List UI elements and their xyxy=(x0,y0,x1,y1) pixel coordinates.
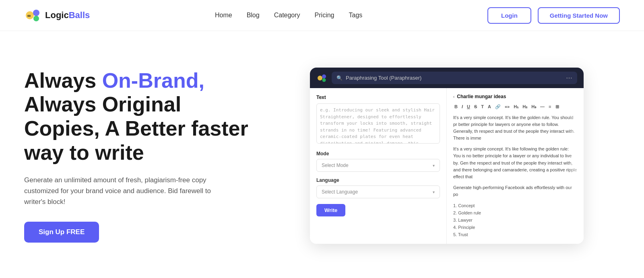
mockup-logo-icon xyxy=(316,72,328,84)
toolbar-h2[interactable]: H₂ xyxy=(521,103,528,110)
text-label: Text xyxy=(316,95,440,100)
nav-pricing[interactable]: Pricing xyxy=(315,12,334,19)
list-item: 4. Principle xyxy=(453,224,577,231)
toolbar-dash[interactable]: — xyxy=(539,103,546,110)
mockup-right-panel: ‹ Charlie mungar ideas B I U S T A 🔗 «» … xyxy=(447,88,584,244)
svg-point-5 xyxy=(322,74,326,78)
nav-home[interactable]: Home xyxy=(215,12,232,19)
logo-icon: ∞ xyxy=(24,6,42,24)
login-button[interactable]: Login xyxy=(487,7,531,24)
nav-tags[interactable]: Tags xyxy=(349,12,363,19)
nav-category[interactable]: Category xyxy=(274,12,300,19)
right-paragraph-3: Generate high-performing Facebook ads ef… xyxy=(453,184,577,198)
header: ∞ LogicBalls Home Blog Category Pricing … xyxy=(0,0,644,31)
mockup-toolbar: B I U S T A 🔗 «» H₁ H₂ H₃ — ≡ ⊞ xyxy=(453,103,577,110)
main-content: Always On-Brand, Always Original Copies,… xyxy=(0,31,644,272)
toolbar-bold[interactable]: B xyxy=(453,103,459,110)
svg-point-2 xyxy=(33,16,39,21)
right-panel-list: 1. Concept 2. Golden rule 3. Lawyer 4. P… xyxy=(453,202,577,238)
mode-chevron-icon: ▾ xyxy=(433,163,435,168)
svg-point-6 xyxy=(322,78,326,82)
heading-part2: Always Original Copies, A Better faster … xyxy=(24,93,248,164)
mockup-search-bar[interactable]: 🔍 Paraphrasing Tool (Paraphraser) ⋯ xyxy=(332,72,577,84)
hero-subtitle: Generate an unlimited amount of fresh, p… xyxy=(24,175,233,208)
toolbar-quote[interactable]: «» xyxy=(504,103,511,110)
list-item: 2. Golden rule xyxy=(453,209,577,216)
heading-part1: Always xyxy=(24,69,102,92)
get-started-button[interactable]: Getting Started Now xyxy=(538,7,620,24)
nav-blog[interactable]: Blog xyxy=(247,12,260,19)
back-arrow-icon: ‹ xyxy=(453,95,454,99)
right-panel-title: Charlie mungar ideas xyxy=(457,94,506,99)
search-icon: 🔍 xyxy=(336,75,343,81)
toolbar-list[interactable]: ≡ xyxy=(547,103,552,110)
toolbar-underline[interactable]: U xyxy=(466,103,471,110)
app-mockup: 🔍 Paraphrasing Tool (Paraphraser) ⋯ Text… xyxy=(310,68,584,244)
signup-button[interactable]: Sign Up FREE xyxy=(24,222,99,243)
grid-icon: ⋯ xyxy=(566,74,572,82)
mockup-left-panel: Text document.addEventListener('DOMConte… xyxy=(310,88,447,244)
right-paragraph-2: It's a very simple concept. It's like fo… xyxy=(453,146,577,180)
hero-heading: Always On-Brand, Always Original Copies,… xyxy=(24,69,250,165)
toolbar-text[interactable]: T xyxy=(480,103,485,110)
toolbar-h3[interactable]: H₃ xyxy=(530,103,537,110)
hero-right: 🔍 Paraphrasing Tool (Paraphraser) ⋯ Text… xyxy=(274,68,620,244)
svg-point-4 xyxy=(318,76,322,80)
mode-select[interactable]: Select Mode ▾ xyxy=(316,159,440,172)
list-item: 3. Lawyer xyxy=(453,216,577,224)
mockup-textarea[interactable] xyxy=(316,103,440,144)
logo[interactable]: ∞ LogicBalls xyxy=(24,6,90,24)
right-paragraph-1: It's a very simple concept. It's like th… xyxy=(453,114,577,142)
right-panel-header: ‹ Charlie mungar ideas xyxy=(453,94,577,99)
main-nav: Home Blog Category Pricing Tags xyxy=(215,12,362,19)
toolbar-color[interactable]: A xyxy=(487,103,492,110)
list-item: 1. Concept xyxy=(453,202,577,209)
mode-label: Mode xyxy=(316,151,440,157)
toolbar-italic[interactable]: I xyxy=(460,103,464,110)
language-label: Language xyxy=(316,177,440,183)
language-select[interactable]: Select Language ▾ xyxy=(316,185,440,198)
heading-highlight: On-Brand, xyxy=(102,69,204,92)
toolbar-grid[interactable]: ⊞ xyxy=(554,103,560,110)
svg-point-1 xyxy=(33,10,39,16)
language-chevron-icon: ▾ xyxy=(433,190,435,194)
language-placeholder-text: Select Language xyxy=(322,189,358,195)
list-item: 5. Trust xyxy=(453,231,577,238)
logo-text: LogicBalls xyxy=(45,10,90,21)
toolbar-strikethrough[interactable]: S xyxy=(473,103,478,110)
mockup-search-text: Paraphrasing Tool (Paraphraser) xyxy=(346,75,421,81)
mockup-topbar: 🔍 Paraphrasing Tool (Paraphraser) ⋯ xyxy=(310,68,584,88)
write-button[interactable]: Write xyxy=(316,204,345,216)
header-buttons: Login Getting Started Now xyxy=(487,7,620,24)
toolbar-link[interactable]: 🔗 xyxy=(494,103,502,110)
mockup-body: Text document.addEventListener('DOMConte… xyxy=(310,88,584,244)
toolbar-h1[interactable]: H₁ xyxy=(512,103,520,110)
hero-left: Always On-Brand, Always Original Copies,… xyxy=(24,69,250,243)
svg-text:∞: ∞ xyxy=(27,13,31,19)
mode-placeholder-text: Select Mode xyxy=(322,163,349,168)
